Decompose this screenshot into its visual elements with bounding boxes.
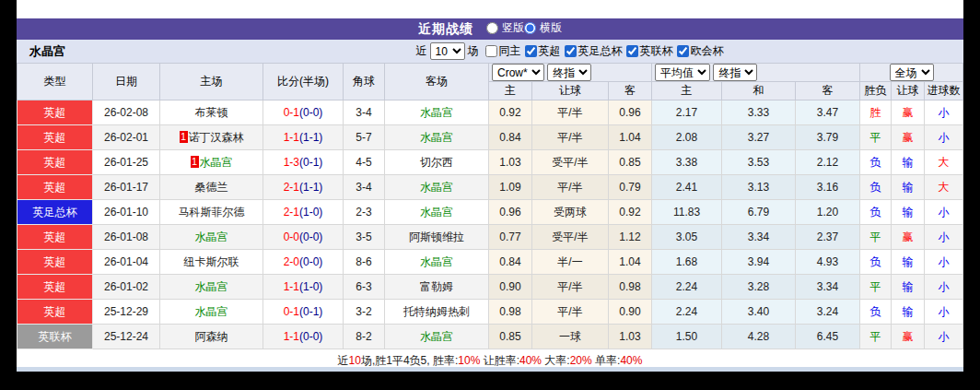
fulltime-score: 2-1 (284, 181, 299, 194)
col-header-asia-handicap: 让球 (532, 82, 609, 100)
team-name: 水晶宫 (195, 280, 228, 293)
col-header-asia-away: 客 (609, 82, 652, 100)
euro-odds-time-select[interactable]: 终指 (713, 64, 757, 81)
filter-checkbox-英足总杯[interactable]: 英足总杯 (561, 43, 623, 59)
page-title: 近期战绩 (418, 21, 473, 38)
euro-away-odds-cell: 3.34 (796, 275, 860, 300)
match-row: 英超26-02-011诺丁汉森林1-1(1-1)5-7水晶宫0.84平/半1.0… (18, 125, 963, 150)
col-header-asia-home: 主 (489, 82, 532, 100)
recent-count-select[interactable]: 10 (430, 42, 465, 60)
bookmaker-select[interactable]: Crow* (492, 64, 544, 81)
league-type-cell: 英超 (18, 275, 93, 300)
col-header-result-handicap: 让球 (892, 82, 925, 100)
fulltime-score: 1-1 (284, 131, 299, 144)
home-team-cell: 水晶宫 (160, 275, 263, 300)
result-wdl-cell: 胜 (860, 100, 892, 125)
title-bar: 近期战绩 竖版横版 (17, 18, 963, 41)
corner-cell: 8-6 (344, 250, 385, 275)
match-row: 英超26-01-04纽卡斯尔联2-0(0-0)8-6水晶宫0.84半/一1.04… (18, 250, 963, 275)
layout-radio-vertical[interactable]: 竖版 (486, 20, 524, 36)
fulltime-score: 0-1 (284, 106, 299, 119)
date-cell: 26-02-08 (93, 100, 160, 125)
result-wdl-cell: 负 (860, 150, 892, 175)
date-cell: 25-12-24 (93, 325, 160, 349)
score-cell: 2-1(1-1) (263, 175, 344, 200)
result-goals-cell: 小 (925, 300, 963, 325)
euro-odds-source-select[interactable]: 平均值 (655, 64, 710, 81)
filter-checkbox-同主[interactable]: 同主 (482, 43, 521, 59)
score-cell: 2-1(1-0) (263, 200, 344, 225)
result-goals-cell: 小 (925, 325, 963, 349)
team-name: 诺丁汉森林 (189, 131, 244, 144)
layout-radio-horizontal[interactable]: 横版 (524, 20, 562, 36)
team-name: 托特纳姆热刺 (403, 305, 470, 318)
summary-text: 20% (570, 354, 592, 367)
euro-draw-odds-cell: 3.34 (722, 225, 796, 250)
date-cell: 26-01-04 (93, 250, 160, 275)
filter-checkbox-英联杯[interactable]: 英联杯 (623, 43, 673, 59)
result-wdl-cell: 平 (860, 325, 892, 349)
result-handicap-cell: 输 (892, 175, 925, 200)
halftime-score: (0-0) (299, 106, 322, 119)
team-name: 切尔西 (420, 156, 453, 169)
period-select[interactable]: 全场 (890, 64, 934, 81)
checkbox-input[interactable] (525, 45, 537, 57)
euro-home-odds-cell: 3.05 (652, 225, 722, 250)
filter-checkbox-欧会杯[interactable]: 欧会杯 (673, 43, 724, 59)
home-team-cell: 布莱顿 (160, 100, 263, 125)
filter-checkbox-英超[interactable]: 英超 (521, 43, 561, 59)
asia-handicap-cell: 平/半 (532, 125, 609, 150)
checkbox-input[interactable] (565, 45, 577, 57)
checkbox-input[interactable] (485, 45, 497, 57)
col-header-away: 客场 (385, 64, 489, 100)
col-header-date: 日期 (93, 64, 160, 100)
home-team-cell: 水晶宫 (160, 225, 263, 250)
asia-away-odds-cell: 0.98 (609, 275, 652, 300)
checkbox-label: 同主 (499, 43, 521, 59)
asia-away-odds-cell: 0.79 (609, 175, 652, 200)
asian-odds-time-select[interactable]: 终指 (547, 64, 591, 81)
halftime-score: (0-1) (299, 305, 322, 318)
match-row: 英联杯25-12-24阿森纳1-1(0-0)8-2水晶宫0.85一球1.031.… (18, 325, 963, 349)
fulltime-score: 2-1 (284, 206, 299, 219)
team-name: 桑德兰 (195, 181, 228, 194)
corner-cell: 3-4 (344, 100, 385, 125)
result-goals-cell: 小 (925, 275, 963, 300)
result-goals-cell: 大 (925, 150, 963, 175)
asia-handicap-cell: 一球 (532, 325, 609, 349)
asia-home-odds-cell: 1.03 (489, 150, 532, 175)
summary-text: 40% (620, 354, 642, 367)
euro-draw-odds-cell: 6.79 (722, 200, 796, 225)
asia-handicap-cell: 平/半 (532, 100, 609, 125)
checkbox-input[interactable] (626, 45, 638, 57)
fulltime-score: 1-1 (284, 280, 299, 293)
league-type-cell: 英超 (18, 100, 93, 125)
home-team-cell: 马科斯菲尔德 (160, 200, 263, 225)
checkbox-input[interactable] (677, 45, 689, 57)
away-team-cell: 托特纳姆热刺 (385, 300, 489, 325)
halftime-score: (1-1) (299, 131, 322, 144)
layout-radio-input[interactable] (524, 22, 536, 34)
euro-home-odds-cell: 2.24 (652, 275, 722, 300)
asia-away-odds-cell: 1.04 (609, 250, 652, 275)
top-margin (17, 0, 963, 18)
team-name: 水晶宫 (420, 106, 453, 119)
euro-away-odds-cell: 3.79 (796, 125, 860, 150)
asia-home-odds-cell: 0.98 (489, 300, 532, 325)
date-cell: 26-01-17 (93, 175, 160, 200)
summary-text: 单率: (592, 354, 621, 367)
asia-handicap-cell: 受两球 (532, 200, 609, 225)
euro-home-odds-cell: 2.41 (652, 175, 722, 200)
col-header-home: 主场 (160, 64, 263, 100)
team-name: 水晶宫 (420, 206, 453, 219)
result-handicap-cell: 赢 (892, 225, 925, 250)
halftime-score: (0-0) (299, 330, 322, 343)
home-team-cell: 纽卡斯尔联 (160, 250, 263, 275)
euro-away-odds-cell: 2.37 (796, 225, 860, 250)
euro-home-odds-cell: 3.38 (652, 150, 722, 175)
layout-radio-input[interactable] (486, 22, 498, 34)
halftime-score: (0-0) (299, 255, 322, 268)
euro-draw-odds-cell: 3.28 (722, 275, 796, 300)
result-goals-cell: 小 (925, 200, 963, 225)
euro-away-odds-cell: 6.45 (796, 325, 860, 349)
